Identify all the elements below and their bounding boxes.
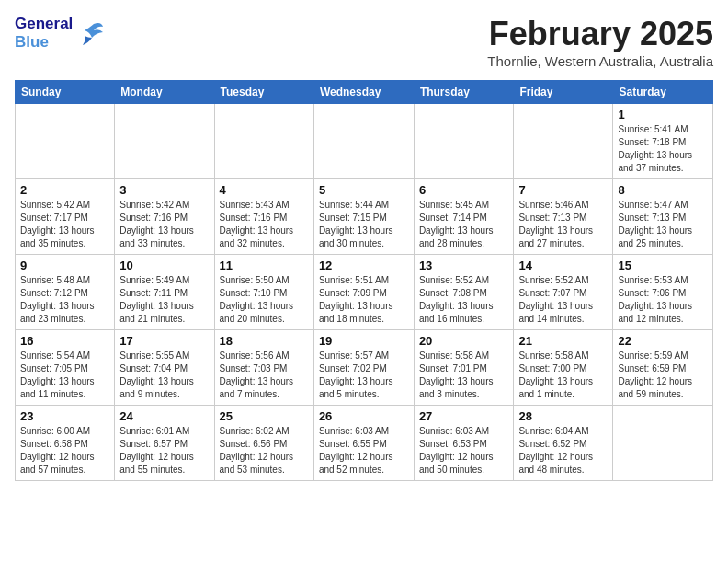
day-info: Sunrise: 5:59 AM Sunset: 6:59 PM Dayligh… xyxy=(618,350,708,401)
calendar-day-cell xyxy=(414,104,514,179)
day-info: Sunrise: 5:41 AM Sunset: 7:18 PM Dayligh… xyxy=(618,123,708,175)
day-info: Sunrise: 5:58 AM Sunset: 7:01 PM Dayligh… xyxy=(419,350,509,401)
day-number: 20 xyxy=(419,334,509,348)
logo-line1: General xyxy=(15,15,73,33)
day-number: 17 xyxy=(119,334,209,348)
day-info: Sunrise: 5:42 AM Sunset: 7:17 PM Dayligh… xyxy=(20,199,109,250)
logo-line2: Blue xyxy=(15,33,73,52)
weekday-header: Monday xyxy=(115,81,214,104)
calendar-day-cell: 24Sunrise: 6:01 AM Sunset: 6:57 PM Dayli… xyxy=(115,406,214,481)
day-info: Sunrise: 5:52 AM Sunset: 7:07 PM Dayligh… xyxy=(518,274,608,326)
day-info: Sunrise: 6:03 AM Sunset: 6:53 PM Dayligh… xyxy=(419,425,509,477)
day-number: 12 xyxy=(319,259,409,272)
day-info: Sunrise: 6:00 AM Sunset: 6:58 PM Dayligh… xyxy=(20,425,109,477)
calendar-table: SundayMondayTuesdayWednesdayThursdayFrid… xyxy=(15,80,713,481)
day-number: 11 xyxy=(220,259,309,272)
day-number: 19 xyxy=(319,334,409,348)
day-info: Sunrise: 5:50 AM Sunset: 7:10 PM Dayligh… xyxy=(220,274,309,326)
calendar-day-cell xyxy=(313,104,414,179)
calendar-day-cell: 27Sunrise: 6:03 AM Sunset: 6:53 PM Dayli… xyxy=(414,406,514,481)
logo-bird-icon xyxy=(75,19,105,47)
day-info: Sunrise: 6:02 AM Sunset: 6:56 PM Dayligh… xyxy=(220,425,309,477)
calendar-day-cell: 25Sunrise: 6:02 AM Sunset: 6:56 PM Dayli… xyxy=(214,406,313,481)
day-info: Sunrise: 6:01 AM Sunset: 6:57 PM Dayligh… xyxy=(119,425,209,477)
calendar-day-cell: 22Sunrise: 5:59 AM Sunset: 6:59 PM Dayli… xyxy=(613,330,713,406)
calendar-week-row: 1Sunrise: 5:41 AM Sunset: 7:18 PM Daylig… xyxy=(16,104,713,179)
day-number: 3 xyxy=(119,183,209,197)
calendar-day-cell: 20Sunrise: 5:58 AM Sunset: 7:01 PM Dayli… xyxy=(414,330,514,406)
title-section: February 2025 Thornlie, Western Australi… xyxy=(487,15,713,69)
day-number: 2 xyxy=(20,183,109,197)
day-info: Sunrise: 5:47 AM Sunset: 7:13 PM Dayligh… xyxy=(618,199,708,250)
day-info: Sunrise: 5:49 AM Sunset: 7:11 PM Dayligh… xyxy=(119,274,209,326)
calendar-title: February 2025 xyxy=(487,15,713,53)
calendar-day-cell: 16Sunrise: 5:54 AM Sunset: 7:05 PM Dayli… xyxy=(16,330,115,406)
calendar-week-row: 9Sunrise: 5:48 AM Sunset: 7:12 PM Daylig… xyxy=(16,255,713,330)
day-number: 5 xyxy=(319,183,409,197)
day-number: 26 xyxy=(319,409,409,423)
day-number: 6 xyxy=(419,183,509,197)
day-number: 7 xyxy=(518,183,608,197)
day-number: 14 xyxy=(518,259,608,272)
calendar-day-cell: 28Sunrise: 6:04 AM Sunset: 6:52 PM Dayli… xyxy=(514,406,613,481)
day-number: 16 xyxy=(20,334,109,348)
calendar-day-cell: 9Sunrise: 5:48 AM Sunset: 7:12 PM Daylig… xyxy=(16,255,115,330)
calendar-day-cell: 14Sunrise: 5:52 AM Sunset: 7:07 PM Dayli… xyxy=(514,255,613,330)
calendar-day-cell: 3Sunrise: 5:42 AM Sunset: 7:16 PM Daylig… xyxy=(115,179,214,255)
day-number: 1 xyxy=(618,108,708,121)
weekday-header: Friday xyxy=(514,81,613,104)
day-info: Sunrise: 5:58 AM Sunset: 7:00 PM Dayligh… xyxy=(518,350,608,401)
calendar-day-cell: 12Sunrise: 5:51 AM Sunset: 7:09 PM Dayli… xyxy=(313,255,414,330)
calendar-day-cell: 6Sunrise: 5:45 AM Sunset: 7:14 PM Daylig… xyxy=(414,179,514,255)
weekday-header: Tuesday xyxy=(214,81,313,104)
day-info: Sunrise: 6:04 AM Sunset: 6:52 PM Dayligh… xyxy=(518,425,608,477)
day-info: Sunrise: 6:03 AM Sunset: 6:55 PM Dayligh… xyxy=(319,425,409,477)
day-info: Sunrise: 5:42 AM Sunset: 7:16 PM Dayligh… xyxy=(119,199,209,250)
calendar-day-cell: 11Sunrise: 5:50 AM Sunset: 7:10 PM Dayli… xyxy=(214,255,313,330)
logo: General Blue xyxy=(15,15,105,51)
day-number: 22 xyxy=(618,334,708,348)
calendar-day-cell: 23Sunrise: 6:00 AM Sunset: 6:58 PM Dayli… xyxy=(16,406,115,481)
calendar-day-cell: 18Sunrise: 5:56 AM Sunset: 7:03 PM Dayli… xyxy=(214,330,313,406)
calendar-week-row: 23Sunrise: 6:00 AM Sunset: 6:58 PM Dayli… xyxy=(16,406,713,481)
calendar-day-cell: 7Sunrise: 5:46 AM Sunset: 7:13 PM Daylig… xyxy=(514,179,613,255)
calendar-day-cell: 15Sunrise: 5:53 AM Sunset: 7:06 PM Dayli… xyxy=(613,255,713,330)
calendar-day-cell: 13Sunrise: 5:52 AM Sunset: 7:08 PM Dayli… xyxy=(414,255,514,330)
day-number: 24 xyxy=(119,409,209,423)
calendar-day-cell: 8Sunrise: 5:47 AM Sunset: 7:13 PM Daylig… xyxy=(613,179,713,255)
day-number: 10 xyxy=(119,259,209,272)
calendar-day-cell: 5Sunrise: 5:44 AM Sunset: 7:15 PM Daylig… xyxy=(313,179,414,255)
day-number: 4 xyxy=(220,183,309,197)
day-number: 27 xyxy=(419,409,509,423)
day-number: 13 xyxy=(419,259,509,272)
calendar-day-cell xyxy=(514,104,613,179)
calendar-day-cell: 17Sunrise: 5:55 AM Sunset: 7:04 PM Dayli… xyxy=(115,330,214,406)
calendar-day-cell xyxy=(613,406,713,481)
day-info: Sunrise: 5:43 AM Sunset: 7:16 PM Dayligh… xyxy=(220,199,309,250)
day-info: Sunrise: 5:54 AM Sunset: 7:05 PM Dayligh… xyxy=(20,350,109,401)
weekday-header: Wednesday xyxy=(313,81,414,104)
day-number: 28 xyxy=(518,409,608,423)
calendar-day-cell: 19Sunrise: 5:57 AM Sunset: 7:02 PM Dayli… xyxy=(313,330,414,406)
day-number: 8 xyxy=(618,183,708,197)
calendar-day-cell: 10Sunrise: 5:49 AM Sunset: 7:11 PM Dayli… xyxy=(115,255,214,330)
calendar-day-cell: 1Sunrise: 5:41 AM Sunset: 7:18 PM Daylig… xyxy=(613,104,713,179)
calendar-day-cell: 21Sunrise: 5:58 AM Sunset: 7:00 PM Dayli… xyxy=(514,330,613,406)
calendar-day-cell xyxy=(214,104,313,179)
day-number: 21 xyxy=(518,334,608,348)
calendar-day-cell xyxy=(16,104,115,179)
day-info: Sunrise: 5:52 AM Sunset: 7:08 PM Dayligh… xyxy=(419,274,509,326)
day-number: 18 xyxy=(220,334,309,348)
calendar-header-row: SundayMondayTuesdayWednesdayThursdayFrid… xyxy=(16,81,713,104)
day-number: 9 xyxy=(20,259,109,272)
day-number: 15 xyxy=(618,259,708,272)
calendar-day-cell: 2Sunrise: 5:42 AM Sunset: 7:17 PM Daylig… xyxy=(16,179,115,255)
weekday-header: Sunday xyxy=(16,81,115,104)
day-info: Sunrise: 5:44 AM Sunset: 7:15 PM Dayligh… xyxy=(319,199,409,250)
day-info: Sunrise: 5:56 AM Sunset: 7:03 PM Dayligh… xyxy=(220,350,309,401)
day-info: Sunrise: 5:46 AM Sunset: 7:13 PM Dayligh… xyxy=(518,199,608,250)
day-number: 25 xyxy=(220,409,309,423)
calendar-day-cell: 4Sunrise: 5:43 AM Sunset: 7:16 PM Daylig… xyxy=(214,179,313,255)
day-info: Sunrise: 5:51 AM Sunset: 7:09 PM Dayligh… xyxy=(319,274,409,326)
day-info: Sunrise: 5:53 AM Sunset: 7:06 PM Dayligh… xyxy=(618,274,708,326)
